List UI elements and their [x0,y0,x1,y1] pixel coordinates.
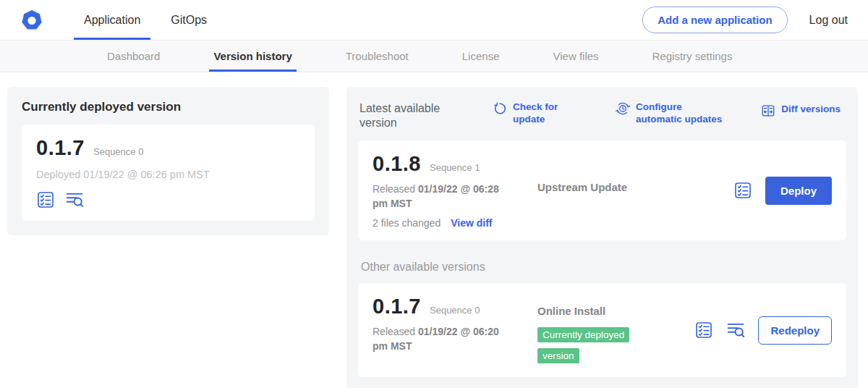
refresh-icon [493,101,507,116]
subtab-registry-settings-label: Registry settings [652,50,733,62]
subtab-license-label: License [462,50,500,62]
checklist-icon[interactable] [36,190,55,209]
release-card-0-1-7: 0.1.7 Sequence 0 Released 01/19/22 @ 06:… [358,283,846,377]
tab-application-label: Application [84,14,140,27]
currently-deployed-badge: Currently deployed version [537,327,629,363]
main-content: Currently deployed version 0.1.7 Sequenc… [0,72,868,388]
release-actions: Redeploy [694,316,832,345]
subtab-dashboard-label: Dashboard [107,50,160,62]
subtab-version-history[interactable]: Version history [209,41,296,72]
tab-application[interactable]: Application [74,0,150,40]
release-version-number: 0.1.8 [373,152,421,176]
current-version-card: 0.1.7 Sequence 0 Deployed 01/19/22 @ 06:… [22,125,315,221]
subtab-registry-settings[interactable]: Registry settings [648,41,737,72]
release-version-number: 0.1.7 [373,295,421,319]
released-label: Released [373,326,415,337]
configure-automatic-updates-link[interactable]: Configure automatic updates [616,101,730,126]
version-row: 0.1.7 Sequence 0 [36,136,300,160]
deploy-button[interactable]: Deploy [765,177,832,205]
split-diff-icon [761,104,775,118]
other-versions-title: Other available versions [361,261,846,274]
log-search-icon[interactable] [726,321,745,340]
subtab-dashboard[interactable]: Dashboard [103,41,164,72]
latest-available-title: Latest available version [359,101,452,130]
app-logo-heptagon-icon[interactable] [20,9,43,32]
deployed-badge-wrap: Currently deployed version [537,324,644,366]
check-for-update-link[interactable]: Check for update [493,101,571,126]
release-actions: Deploy [733,177,832,205]
subtab-license[interactable]: License [458,41,504,72]
subtab-view-files-label: View files [553,50,598,62]
version-history-panel: Latest available version Check for updat… [346,87,858,388]
diff-versions-link[interactable]: Diff versions [761,104,841,118]
tab-gitops-label: GitOps [171,14,207,27]
release-source: Upstream Update [537,152,733,193]
version-row: 0.1.7 Sequence 0 [373,295,537,319]
check-for-update-label: Check for update [513,101,571,126]
subtab-troubleshoot-label: Troubleshoot [346,50,409,62]
tab-gitops[interactable]: GitOps [161,0,217,40]
release-source: Online Install [537,305,694,317]
release-timestamp: Released 01/19/22 @ 06:20 pm MST [373,325,516,353]
checklist-icon[interactable] [694,321,713,340]
logout-link[interactable]: Log out [809,14,848,27]
view-diff-link[interactable]: View diff [451,217,492,229]
subtab-view-files[interactable]: View files [548,41,603,72]
release-sequence: Sequence 1 [430,162,480,173]
latest-available-header: Latest available version Check for updat… [358,98,846,130]
release-source-block: Online Install Currently deployed versio… [537,295,694,366]
redeploy-button[interactable]: Redeploy [758,316,832,345]
diff-versions-label: Diff versions [781,104,841,116]
release-sequence: Sequence 0 [430,305,480,316]
add-application-button[interactable]: Add a new application [642,7,787,33]
currently-deployed-title: Currently deployed version [22,100,315,114]
app-sub-nav: Dashboard Version history Troubleshoot L… [0,41,868,72]
log-search-icon[interactable] [65,190,84,209]
subtab-troubleshoot[interactable]: Troubleshoot [341,41,413,72]
subtab-version-history-label: Version history [213,50,292,62]
version-row: 0.1.8 Sequence 1 [373,152,537,176]
current-deployed-timestamp: Deployed 01/19/22 @ 06:26 pm MST [36,169,300,180]
release-info: 0.1.7 Sequence 0 Released 01/19/22 @ 06:… [373,295,537,353]
currently-deployed-panel: Currently deployed version 0.1.7 Sequenc… [7,87,329,235]
configure-automatic-updates-label: Configure automatic updates [636,101,730,126]
top-nav-right: Add a new application Log out [642,0,852,40]
release-timestamp: Released 01/19/22 @ 06:28 pm MST [373,182,516,211]
current-version-number: 0.1.7 [36,136,85,160]
schedule-sync-icon [616,101,630,116]
release-info: 0.1.8 Sequence 1 Released 01/19/22 @ 06:… [373,152,537,229]
released-label: Released [373,183,415,195]
files-changed-count: 2 files changed [373,217,441,229]
current-version-actions [36,190,300,209]
release-card-0-1-8: 0.1.8 Sequence 1 Released 01/19/22 @ 06:… [358,140,846,240]
files-changed-row: 2 files changed View diff [373,217,537,229]
top-nav-tabs: Application GitOps [74,0,227,40]
top-nav: Application GitOps Add a new application… [0,0,868,41]
current-version-sequence: Sequence 0 [93,146,143,157]
checklist-icon[interactable] [733,181,752,200]
